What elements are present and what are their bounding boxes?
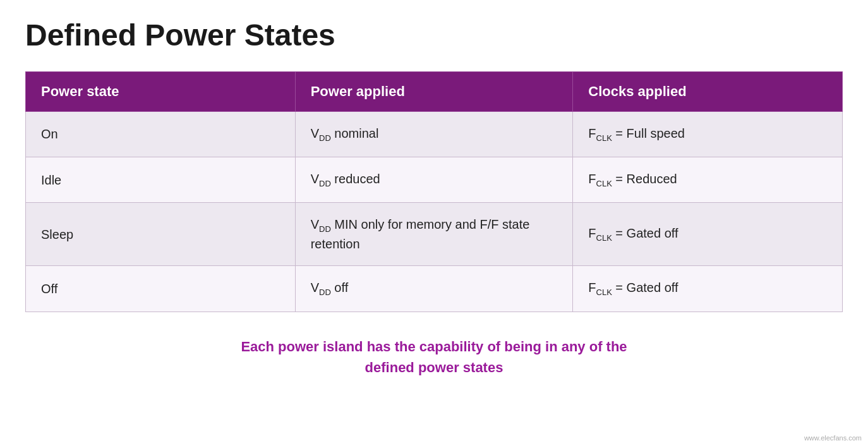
power-states-table: Power state Power applied Clocks applied… [25,71,843,312]
table-row: SleepVDD MIN only for memory and F/F sta… [26,203,843,266]
cell-clocks: FCLK = Reduced [573,157,843,202]
header-power-state: Power state [26,71,296,111]
cell-power: VDD MIN only for memory and F/F state re… [295,203,573,266]
footer-caption: Each power island has the capability of … [25,330,843,384]
header-clocks-applied: Clocks applied [573,71,843,111]
cell-state: Idle [26,157,296,202]
watermark: www.elecfans.com [804,434,862,442]
cell-power: VDD reduced [295,157,573,202]
footer-line1: Each power island has the capability of … [25,336,843,357]
table-row: OffVDD offFCLK = Gated off [26,266,843,312]
cell-state: Sleep [26,203,296,266]
cell-state: On [26,111,296,157]
cell-clocks: FCLK = Full speed [573,111,843,157]
cell-clocks: FCLK = Gated off [573,203,843,266]
cell-clocks: FCLK = Gated off [573,266,843,312]
table-row: IdleVDD reducedFCLK = Reduced [26,157,843,202]
table-row: OnVDD nominalFCLK = Full speed [26,111,843,157]
header-power-applied: Power applied [295,71,573,111]
cell-power: VDD off [295,266,573,312]
footer-line2: defined power states [25,357,843,378]
cell-power: VDD nominal [295,111,573,157]
page-title: Defined Power States [25,19,843,52]
cell-state: Off [26,266,296,312]
